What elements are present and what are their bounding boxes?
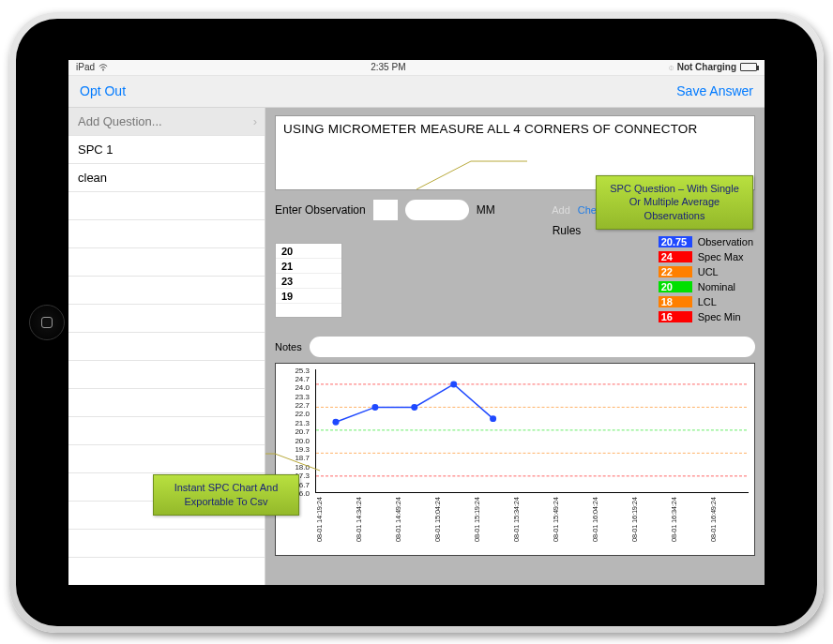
question-title-text: USING MICROMETER MEASURE ALL 4 CORNERS O… <box>283 122 698 136</box>
svg-point-6 <box>332 418 339 425</box>
svg-point-7 <box>371 403 378 410</box>
toolbar: Opt Out Save Answer <box>68 76 765 108</box>
legend-name: LCL <box>698 296 717 307</box>
observation-row: 21 <box>276 259 341 274</box>
sidebar-item-clean[interactable]: clean <box>68 164 265 192</box>
list-item <box>68 305 265 333</box>
list-item <box>68 445 265 473</box>
svg-point-9 <box>450 381 457 387</box>
callout-leader-1 <box>416 137 529 189</box>
observation-small-input[interactable] <box>373 200 398 220</box>
legend-row: 16Spec Min <box>659 309 753 324</box>
legend-name: Nominal <box>698 281 735 292</box>
observation-row: 23 <box>276 274 341 289</box>
observation-row: 20 <box>276 244 341 259</box>
svg-point-0 <box>102 69 103 70</box>
battery-icon <box>740 63 757 71</box>
list-item <box>68 277 265 305</box>
legend-name: UCL <box>698 266 719 277</box>
callout-spc-question: SPC Question – With Single Or Multiple A… <box>596 175 753 231</box>
home-button[interactable] <box>29 305 65 340</box>
list-item <box>68 220 265 248</box>
svg-point-10 <box>490 415 496 422</box>
observation-row <box>276 304 341 317</box>
legend-name: Spec Min <box>698 311 741 322</box>
chart-svg <box>316 369 749 492</box>
screen: iPad 2:35 PM ⌽ Not Charging Opt Out Save… <box>68 60 765 585</box>
legend-value: 22 <box>659 266 692 277</box>
list-item <box>68 192 265 220</box>
svg-point-8 <box>411 403 417 410</box>
list-item <box>68 389 265 417</box>
legend-name: Observation <box>698 236 753 247</box>
legend: 20.75Observation24Spec Max22UCL20Nominal… <box>659 234 753 324</box>
bluetooth-icon: ⌽ <box>669 63 674 72</box>
save-answer-button[interactable]: Save Answer <box>676 83 753 98</box>
ipad-bezel: iPad 2:35 PM ⌽ Not Charging Opt Out Save… <box>16 19 817 626</box>
legend-row: 20Nominal <box>659 279 753 294</box>
observation-list: 20 21 23 19 <box>275 243 342 318</box>
list-item <box>68 248 265 277</box>
legend-row: 22UCL <box>659 264 753 279</box>
chart-plot-area <box>315 369 749 493</box>
opt-out-button[interactable]: Opt Out <box>80 83 126 98</box>
list-item <box>68 333 265 361</box>
list-item <box>68 417 265 445</box>
legend-row: 20.75Observation <box>659 234 753 249</box>
ipad-device: iPad 2:35 PM ⌽ Not Charging Opt Out Save… <box>9 12 824 633</box>
charge-label: Not Charging <box>677 62 736 72</box>
enter-observation-label: Enter Observation <box>275 203 366 217</box>
add-question-row[interactable]: Add Question... <box>68 108 265 136</box>
callout-spc-chart: Instant SPC Chart And Exportable To Csv <box>153 474 299 516</box>
unit-label: MM <box>477 203 495 217</box>
observation-value-input[interactable] <box>405 200 469 220</box>
main-panel: USING MICROMETER MEASURE ALL 4 CORNERS O… <box>265 108 765 585</box>
observation-row: 19 <box>276 289 341 304</box>
legend-value: 24 <box>659 251 692 262</box>
legend-value: 20.75 <box>659 236 692 247</box>
legend-value: 18 <box>659 296 692 307</box>
wifi-icon <box>98 64 108 71</box>
spc-chart: 25.324.724.023.322.722.021.320.720.019.3… <box>275 363 755 556</box>
device-label: iPad <box>76 62 95 72</box>
clock: 2:35 PM <box>371 62 405 72</box>
legend-value: 20 <box>659 281 692 292</box>
legend-name: Spec Max <box>698 251 744 262</box>
legend-row: 18LCL <box>659 294 753 309</box>
chart-x-labels: 08-01 14:19:2408-01 14:34:2408-01 14:49:… <box>315 495 749 553</box>
list-item <box>68 530 265 558</box>
sidebar-item-spc1[interactable]: SPC 1 <box>68 136 265 164</box>
status-bar: iPad 2:35 PM ⌽ Not Charging <box>68 60 765 76</box>
legend-row: 24Spec Max <box>659 249 753 264</box>
notes-input[interactable] <box>310 337 755 357</box>
notes-label: Notes <box>275 341 302 352</box>
list-item <box>68 361 265 389</box>
legend-value: 16 <box>659 311 692 322</box>
callout-leader-2 <box>265 435 322 472</box>
add-button[interactable]: Add <box>552 204 570 216</box>
